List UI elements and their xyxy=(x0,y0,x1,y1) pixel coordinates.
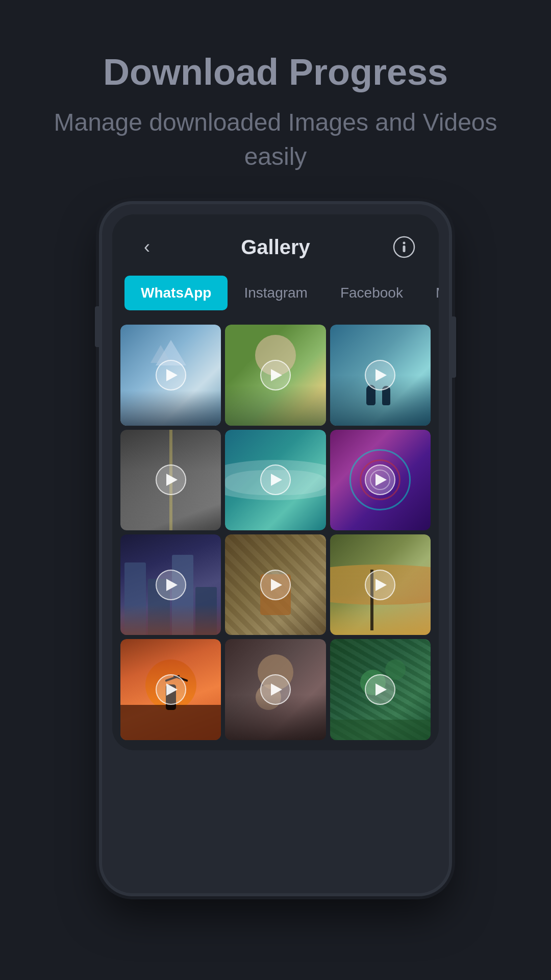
play-triangle-6 xyxy=(375,474,387,486)
play-triangle-2 xyxy=(271,369,282,381)
tab-mitron[interactable]: Mitron xyxy=(419,276,439,310)
tab-facebook[interactable]: Facebook xyxy=(324,276,419,310)
grid-item-5[interactable] xyxy=(225,430,325,530)
page-title: Download Progress xyxy=(31,51,520,93)
grid-item-8[interactable] xyxy=(225,534,325,635)
gallery-header: ‹ Gallery xyxy=(112,214,439,276)
phone-mockup: ‹ Gallery WhatsApp Instagram Facebook Mi… xyxy=(102,204,449,893)
play-button-10[interactable] xyxy=(156,674,186,705)
header-section: Download Progress Manage downloaded Imag… xyxy=(0,0,551,204)
svg-point-1 xyxy=(403,242,406,244)
play-button-8[interactable] xyxy=(260,570,291,600)
play-triangle-7 xyxy=(166,579,178,591)
grid-item-6[interactable] xyxy=(330,430,431,530)
play-button-6[interactable] xyxy=(365,464,395,495)
page-subtitle: Manage downloaded Images and Videos easi… xyxy=(31,105,520,174)
tab-instagram[interactable]: Instagram xyxy=(228,276,324,310)
grid-item-7[interactable] xyxy=(120,534,221,635)
play-button-12[interactable] xyxy=(365,674,395,705)
play-triangle-11 xyxy=(271,683,282,696)
play-triangle-1 xyxy=(166,369,178,381)
play-button-3[interactable] xyxy=(365,360,395,390)
play-triangle-12 xyxy=(375,683,387,696)
play-triangle-10 xyxy=(166,683,178,696)
play-button-5[interactable] xyxy=(260,464,291,495)
play-button-1[interactable] xyxy=(156,360,186,390)
play-button-2[interactable] xyxy=(260,360,291,390)
gallery-title: Gallery xyxy=(241,236,310,259)
svg-rect-2 xyxy=(403,246,406,252)
back-icon: ‹ xyxy=(144,236,150,258)
tabs-container: WhatsApp Instagram Facebook Mitron xyxy=(112,276,439,321)
play-button-11[interactable] xyxy=(260,674,291,705)
play-button-9[interactable] xyxy=(365,570,395,600)
grid-item-11[interactable] xyxy=(225,639,325,740)
info-icon xyxy=(393,236,415,258)
grid-item-3[interactable] xyxy=(330,325,431,425)
phone-screen: ‹ Gallery WhatsApp Instagram Facebook Mi… xyxy=(112,214,439,750)
play-button-7[interactable] xyxy=(156,570,186,600)
grid-item-10[interactable] xyxy=(120,639,221,740)
play-triangle-8 xyxy=(271,579,282,591)
grid-item-12[interactable] xyxy=(330,639,431,740)
play-triangle-3 xyxy=(375,369,387,381)
info-button[interactable] xyxy=(390,233,418,261)
play-button-4[interactable] xyxy=(156,464,186,495)
gallery-grid xyxy=(112,321,439,750)
play-triangle-5 xyxy=(271,474,282,486)
grid-item-9[interactable] xyxy=(330,534,431,635)
grid-item-1[interactable] xyxy=(120,325,221,425)
grid-item-2[interactable] xyxy=(225,325,325,425)
grid-item-4[interactable] xyxy=(120,430,221,530)
back-button[interactable]: ‹ xyxy=(133,233,161,261)
play-triangle-4 xyxy=(166,474,178,486)
tab-whatsapp[interactable]: WhatsApp xyxy=(124,276,228,310)
play-triangle-9 xyxy=(375,579,387,591)
